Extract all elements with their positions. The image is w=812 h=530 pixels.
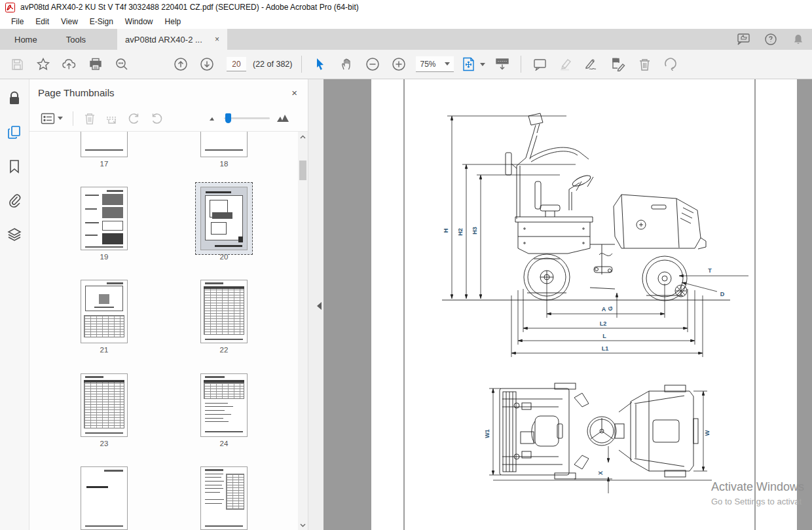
layers-icon[interactable]: [6, 226, 23, 243]
next-page-icon[interactable]: [196, 53, 218, 75]
tab-document[interactable]: avP08td ARX40-2 ... ×: [117, 29, 227, 50]
tab-home[interactable]: Home: [0, 29, 52, 50]
feedback-icon[interactable]: [735, 31, 752, 47]
extract-pages-icon[interactable]: [102, 109, 122, 128]
acrobat-pdf-icon: [5, 3, 15, 12]
thumbnail-options-icon[interactable]: [37, 109, 66, 128]
pdf-page[interactable]: H H2 H3 T D G A L2 L L1: [371, 79, 797, 530]
page-number-input[interactable]: 20: [227, 57, 246, 71]
select-tool-icon[interactable]: [309, 53, 331, 75]
zoom-level-select[interactable]: 75%: [416, 56, 454, 72]
delete-pages-icon[interactable]: [80, 109, 100, 128]
slider-thumb[interactable]: [225, 113, 231, 123]
thumbnail-size-small-icon[interactable]: [209, 115, 217, 121]
notifications-bell-icon[interactable]: [790, 31, 807, 47]
title-bar: avP08td ARX40-2 KU St V T4f 3032488 2204…: [0, 0, 812, 14]
print-icon[interactable]: [84, 53, 107, 75]
svg-text:D: D: [720, 291, 725, 297]
collapse-panel-icon[interactable]: [317, 302, 322, 310]
menu-bar: FileEditViewE-SignWindowHelp: [0, 14, 812, 29]
thumbnail-item-20: 20: [200, 187, 248, 250]
thumbnail-size-large-icon[interactable]: [276, 114, 289, 123]
thumbnail-item-17: 17: [81, 132, 128, 157]
scrollbar-thumb[interactable]: [299, 161, 306, 180]
save-icon[interactable]: [6, 53, 28, 75]
chevron-down-icon: [480, 63, 485, 66]
tab-close-icon[interactable]: ×: [215, 35, 219, 44]
help-icon[interactable]: [762, 31, 779, 47]
thumbnails-list: 1718192021222324: [29, 132, 308, 530]
thumbnail-page-24[interactable]: [200, 373, 248, 437]
thumbnail-page-22[interactable]: [200, 280, 248, 343]
zoom-in-icon[interactable]: [388, 53, 410, 75]
hand-tool-icon[interactable]: [335, 53, 358, 75]
thumbnails-scrollbar[interactable]: [298, 132, 308, 530]
document-pane[interactable]: H H2 H3 T D G A L2 L L1: [323, 79, 812, 530]
page-thumbnails-panel: Page Thumbnails ×: [29, 79, 308, 530]
panel-toolbar: [29, 105, 308, 132]
thumbnail-item-18: 18: [200, 132, 248, 157]
svg-text:L2: L2: [600, 320, 607, 327]
thumbnail-item: [200, 466, 248, 530]
zoom-out-icon[interactable]: [361, 53, 384, 75]
menu-item-edit[interactable]: Edit: [29, 15, 55, 28]
thumbnail-page[interactable]: [200, 466, 248, 530]
attachments-icon[interactable]: [6, 192, 23, 209]
comment-icon[interactable]: [528, 53, 551, 75]
svg-text:L1: L1: [602, 345, 609, 352]
top-view-drawing: [500, 383, 698, 479]
thumbnail-page-19[interactable]: [81, 187, 128, 250]
menu-item-help[interactable]: Help: [159, 15, 187, 28]
thumbnail-item-19: 19: [81, 187, 128, 250]
thumbnail-label: 22: [200, 346, 248, 354]
menu-item-view[interactable]: View: [55, 15, 84, 28]
highlight-icon[interactable]: [555, 53, 577, 75]
fit-page-icon[interactable]: [460, 53, 487, 75]
thumbnail-page-21[interactable]: [81, 280, 128, 343]
svg-text:H2: H2: [457, 228, 464, 236]
page-thumbnails-icon[interactable]: [6, 124, 23, 141]
left-icon-rail: [0, 79, 29, 530]
svg-text:L: L: [602, 333, 606, 339]
thumbnail-label: 20: [200, 253, 248, 261]
thumbnail-page-20[interactable]: [200, 187, 248, 250]
scroll-down-icon[interactable]: [298, 520, 308, 530]
zoom-level-value: 75%: [420, 60, 435, 69]
svg-text:X: X: [597, 471, 604, 475]
thumbnail-item-22: 22: [200, 280, 248, 343]
chevron-down-icon: [445, 62, 450, 66]
security-lock-icon[interactable]: [6, 90, 23, 107]
panel-splitter[interactable]: [308, 79, 323, 530]
redo-icon[interactable]: [659, 53, 682, 75]
previous-page-icon[interactable]: [170, 53, 192, 75]
share-upload-icon[interactable]: [58, 53, 81, 75]
edit-page-icon[interactable]: [607, 53, 629, 75]
thumbnail-page-23[interactable]: [81, 373, 128, 437]
thumbnail-item: [81, 466, 128, 530]
rotate-ccw-icon[interactable]: [124, 109, 144, 128]
panel-close-icon[interactable]: ×: [291, 87, 297, 98]
tab-bar: Home Tools avP08td ARX40-2 ... ×: [0, 29, 812, 50]
thumbnail-page-18[interactable]: [200, 132, 248, 157]
star-icon[interactable]: [32, 53, 54, 75]
thumbnail-page-17[interactable]: [81, 132, 128, 157]
thumbnail-label: 17: [81, 160, 128, 168]
thumbnail-label: 21: [81, 346, 128, 354]
delete-icon[interactable]: [633, 53, 655, 75]
search-icon[interactable]: [111, 53, 133, 75]
menu-item-window[interactable]: Window: [119, 15, 159, 28]
thumbnail-size-slider[interactable]: [224, 117, 270, 119]
scrolling-mode-icon[interactable]: [491, 53, 513, 75]
side-view-drawing: [442, 113, 730, 301]
menu-item-file[interactable]: File: [5, 15, 29, 28]
tab-tools[interactable]: Tools: [52, 29, 100, 50]
rotate-cw-icon[interactable]: [147, 109, 166, 128]
scroll-up-icon[interactable]: [298, 132, 308, 142]
bookmarks-icon[interactable]: [6, 158, 23, 175]
page-count-label: (22 of 382): [253, 60, 292, 69]
thumbnail-label: 19: [81, 253, 128, 261]
sign-icon[interactable]: [581, 53, 603, 75]
menu-item-esign[interactable]: E-Sign: [84, 15, 119, 28]
thumbnail-page[interactable]: [81, 466, 128, 530]
svg-text:W: W: [704, 430, 710, 436]
